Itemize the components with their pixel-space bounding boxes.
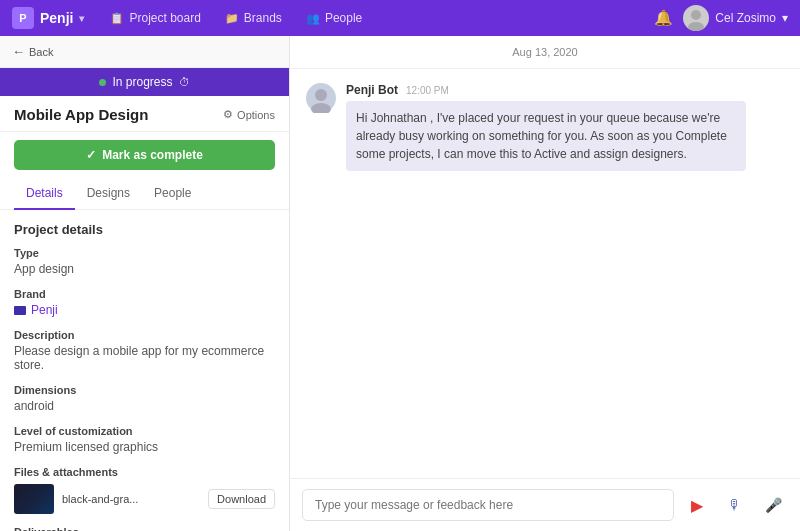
field-deliverables-label: Deliverables	[14, 526, 275, 531]
people-icon: 👥	[306, 12, 320, 25]
back-label: Back	[29, 46, 53, 58]
nav-people-label: People	[325, 11, 362, 25]
mark-complete-button[interactable]: ✓ Mark as complete	[14, 140, 275, 170]
microphone-icon: 🎙	[728, 497, 742, 513]
field-brand-label: Brand	[14, 288, 275, 300]
field-type-label: Type	[14, 247, 275, 259]
field-deliverables: Deliverables ANY	[14, 526, 275, 531]
field-description: Description Please design a mobile app f…	[14, 329, 275, 372]
project-title: Mobile App Design	[14, 106, 148, 123]
project-header: Mobile App Design ⚙ Options	[0, 96, 289, 132]
message-header: Penji Bot 12:00 PM	[346, 83, 784, 97]
audio-icon: 🎤	[765, 497, 782, 513]
nav-project-board-label: Project board	[129, 11, 200, 25]
clipboard-icon: 📋	[110, 12, 124, 25]
user-chevron-icon: ▾	[782, 11, 788, 25]
message-item: Penji Bot 12:00 PM Hi Johnathan , I've p…	[306, 83, 784, 171]
nav-people[interactable]: 👥 People	[296, 7, 372, 29]
field-type: Type App design	[14, 247, 275, 276]
message-content: Penji Bot 12:00 PM Hi Johnathan , I've p…	[346, 83, 784, 171]
audio-record-button[interactable]: 🎤	[758, 490, 788, 520]
field-dimensions-value: android	[14, 399, 275, 413]
attachment-item: black-and-gra... Download	[14, 484, 275, 514]
brand-name: Penji	[40, 10, 73, 26]
svg-point-0	[691, 10, 701, 20]
chat-messages: Penji Bot 12:00 PM Hi Johnathan , I've p…	[290, 69, 800, 478]
nav-project-board[interactable]: 📋 Project board	[100, 7, 210, 29]
message-sender: Penji Bot	[346, 83, 398, 97]
right-panel: Aug 13, 2020 Penji Bot 12:00 PM Hi Johna…	[290, 36, 800, 531]
field-description-label: Description	[14, 329, 275, 341]
field-files: Files & attachments black-and-gra... Dow…	[14, 466, 275, 514]
section-title: Project details	[14, 222, 275, 237]
field-files-label: Files & attachments	[14, 466, 275, 478]
user-name: Cel Zosimo	[715, 11, 776, 25]
chat-input-area: ▶ 🎙 🎤	[290, 478, 800, 531]
options-button[interactable]: ⚙ Options	[223, 108, 275, 121]
field-type-value: App design	[14, 262, 275, 276]
top-nav-right: 🔔 Cel Zosimo ▾	[654, 5, 788, 31]
svg-point-3	[311, 103, 331, 113]
status-clock-icon: ⏱	[179, 76, 190, 88]
field-brand-value[interactable]: Penji	[31, 303, 58, 317]
message-time: 12:00 PM	[406, 85, 449, 96]
back-arrow-icon: ←	[12, 44, 25, 59]
tab-details[interactable]: Details	[14, 178, 75, 210]
field-dimensions-label: Dimensions	[14, 384, 275, 396]
svg-point-2	[315, 89, 327, 101]
back-button[interactable]: ← Back	[0, 36, 289, 68]
gear-icon: ⚙	[223, 108, 233, 121]
chevron-down-icon: ▾	[79, 13, 84, 24]
brand-avatar: P	[12, 7, 34, 29]
left-panel: ← Back In progress ⏱ Mobile App Design ⚙…	[0, 36, 290, 531]
options-label: Options	[237, 109, 275, 121]
field-customization-value: Premium licensed graphics	[14, 440, 275, 454]
svg-point-1	[688, 22, 704, 31]
details-content: Project details Type App design Brand Pe…	[0, 210, 289, 531]
download-button[interactable]: Download	[208, 489, 275, 509]
tab-people[interactable]: People	[142, 178, 203, 210]
top-nav-items: 📋 Project board 📁 Brands 👥 People	[100, 7, 638, 29]
folder-icon: 📁	[225, 12, 239, 25]
field-dimensions: Dimensions android	[14, 384, 275, 413]
field-brand: Brand Penji	[14, 288, 275, 317]
status-label: In progress	[112, 75, 172, 89]
nav-brands[interactable]: 📁 Brands	[215, 7, 292, 29]
send-button[interactable]: ▶	[682, 490, 712, 520]
brand-logo[interactable]: P Penji ▾	[12, 7, 84, 29]
user-menu[interactable]: Cel Zosimo ▾	[683, 5, 788, 31]
bot-avatar	[306, 83, 336, 113]
status-dot-icon	[99, 79, 106, 86]
brand-folder-icon	[14, 306, 26, 315]
attachment-thumbnail	[14, 484, 54, 514]
brand-row: Penji	[14, 303, 275, 317]
avatar	[683, 5, 709, 31]
field-customization: Level of customization Premium licensed …	[14, 425, 275, 454]
field-description-value: Please design a mobile app for my ecomme…	[14, 344, 275, 372]
tab-designs[interactable]: Designs	[75, 178, 142, 210]
message-bubble: Hi Johnathan , I've placed your request …	[346, 101, 746, 171]
main-layout: ← Back In progress ⏱ Mobile App Design ⚙…	[0, 36, 800, 531]
send-icon: ▶	[691, 496, 703, 515]
notification-bell-icon[interactable]: 🔔	[654, 9, 673, 27]
nav-brands-label: Brands	[244, 11, 282, 25]
field-customization-label: Level of customization	[14, 425, 275, 437]
top-navigation: P Penji ▾ 📋 Project board 📁 Brands 👥 Peo…	[0, 0, 800, 36]
status-bar: In progress ⏱	[0, 68, 289, 96]
microphone-button[interactable]: 🎙	[720, 490, 750, 520]
message-text: Hi Johnathan , I've placed your request …	[356, 111, 727, 161]
complete-btn-label: Mark as complete	[102, 148, 203, 162]
chat-input[interactable]	[302, 489, 674, 521]
attachment-name: black-and-gra...	[62, 493, 200, 505]
checkmark-icon: ✓	[86, 148, 96, 162]
chat-date: Aug 13, 2020	[290, 36, 800, 69]
project-tabs: Details Designs People	[0, 178, 289, 210]
